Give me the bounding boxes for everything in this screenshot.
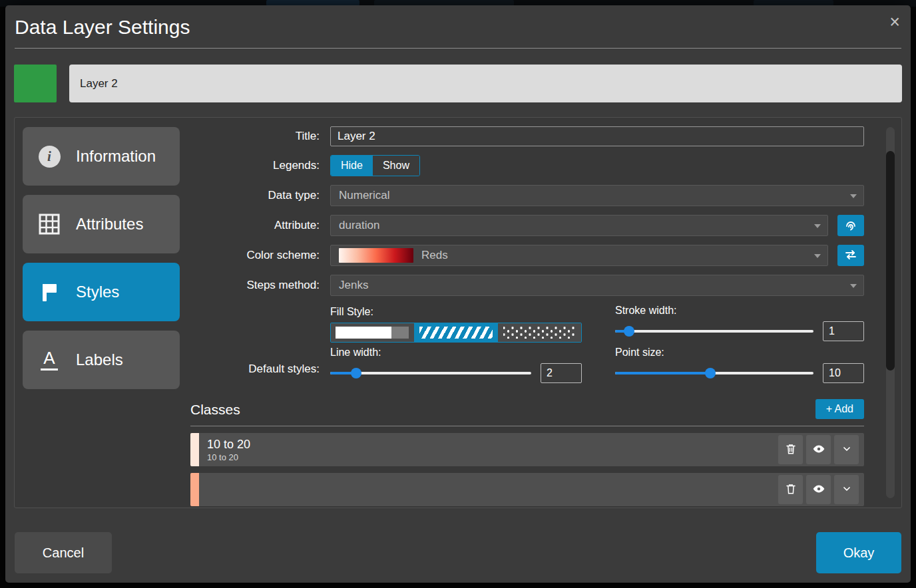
classes-section: Classes + Add 10 to 20 10 to 20 xyxy=(190,402,864,506)
attribute-value: duration xyxy=(339,219,379,232)
add-class-button[interactable]: + Add xyxy=(815,399,864,419)
close-icon[interactable]: × xyxy=(889,13,900,31)
eye-icon xyxy=(812,442,825,458)
steps-method-dropdown[interactable]: Jenks xyxy=(330,275,864,296)
chevron-down-icon xyxy=(814,224,821,228)
point-size-label: Point size: xyxy=(615,347,864,359)
fill-style-hatch-option[interactable] xyxy=(415,323,499,342)
layer-identity-row xyxy=(14,65,902,102)
trash-icon xyxy=(785,443,797,457)
chevron-down-icon xyxy=(850,284,857,288)
color-scheme-label: Color scheme: xyxy=(190,249,330,262)
classes-header: Classes + Add xyxy=(190,402,864,426)
info-icon: i xyxy=(37,144,61,168)
grid-icon xyxy=(37,212,61,236)
fill-stroke-row: Fill Style: xyxy=(190,305,864,343)
steps-method-label: Steps method: xyxy=(190,279,330,292)
legends-toggle: Hide Show xyxy=(330,155,420,176)
title-row: Title: xyxy=(190,126,864,146)
point-size-slider[interactable] xyxy=(615,367,813,379)
legends-label: Legends: xyxy=(190,159,330,172)
class-row[interactable]: 10 to 20 10 to 20 xyxy=(190,433,864,466)
styles-form: Title: Legends: Hide Show Data type: xyxy=(190,126,864,506)
layer-color-swatch[interactable] xyxy=(14,65,57,102)
class-row[interactable] xyxy=(190,473,864,506)
sidebar-item-styles[interactable]: Styles xyxy=(23,263,180,321)
data-type-label: Data type: xyxy=(190,189,330,202)
data-layer-settings-dialog: Data Layer Settings × i Information xyxy=(5,5,911,583)
chevron-down-icon xyxy=(841,484,852,496)
dots-fill-preview xyxy=(503,327,576,339)
labels-icon: A xyxy=(37,348,61,372)
slider-thumb[interactable] xyxy=(624,326,634,337)
legends-hide-button[interactable]: Hide xyxy=(331,156,373,176)
styles-flag-icon xyxy=(37,280,61,304)
stroke-width-label: Stroke width: xyxy=(615,305,864,317)
settings-panel: i Information Attributes xyxy=(14,117,902,508)
chevron-down-icon xyxy=(850,194,857,198)
sidebar-item-label: Information xyxy=(76,147,156,166)
stroke-width-slider[interactable] xyxy=(615,325,813,337)
sidebar-item-attributes[interactable]: Attributes xyxy=(23,195,180,253)
fill-style-dots-option[interactable] xyxy=(498,323,581,342)
sidebar-item-label: Styles xyxy=(76,283,119,301)
classes-heading: Classes xyxy=(190,402,864,418)
class-title: 10 to 20 xyxy=(207,437,250,452)
legends-row: Legends: Hide Show xyxy=(190,155,864,176)
expand-class-button[interactable] xyxy=(834,435,859,464)
dialog-header: Data Layer Settings × xyxy=(15,5,901,49)
line-width-slider[interactable] xyxy=(330,367,531,379)
color-scheme-row: Color scheme: Reds xyxy=(190,245,864,266)
point-size-input[interactable] xyxy=(823,363,864,383)
sidebar-item-label: Labels xyxy=(76,351,123,369)
toggle-class-visibility-button[interactable] xyxy=(806,475,831,504)
invert-scheme-button[interactable] xyxy=(837,245,864,266)
dialog-title: Data Layer Settings xyxy=(15,16,901,39)
slider-thumb[interactable] xyxy=(705,368,716,378)
trash-icon xyxy=(785,483,797,497)
class-subtitle: 10 to 20 xyxy=(207,452,250,462)
data-type-dropdown[interactable]: Numerical xyxy=(330,185,864,206)
layer-name-input[interactable] xyxy=(69,65,902,102)
solid-fill-preview xyxy=(336,327,409,339)
line-width-input[interactable] xyxy=(541,363,582,383)
attribute-dropdown[interactable]: duration xyxy=(330,215,828,236)
hatch-fill-preview xyxy=(419,327,493,339)
line-width-label: Line width: xyxy=(330,347,582,359)
expand-class-button[interactable] xyxy=(834,475,859,504)
legends-show-button[interactable]: Show xyxy=(373,156,419,176)
default-styles-row: Default styles: Line width: xyxy=(190,347,864,383)
data-type-value: Numerical xyxy=(339,189,390,202)
scrollbar-thumb[interactable] xyxy=(886,151,895,370)
color-scheme-swatch xyxy=(339,248,413,263)
steps-method-row: Steps method: Jenks xyxy=(190,275,864,296)
eye-icon xyxy=(812,482,825,498)
swap-arrows-icon xyxy=(844,248,857,263)
toggle-class-visibility-button[interactable] xyxy=(806,435,831,464)
fill-style-solid-option[interactable] xyxy=(331,323,415,342)
data-type-row: Data type: Numerical xyxy=(190,185,864,206)
attribute-row: Attribute: duration xyxy=(190,215,864,236)
cancel-button[interactable]: Cancel xyxy=(15,532,112,573)
slider-thumb[interactable] xyxy=(351,368,361,378)
fill-style-segmented-control xyxy=(330,323,582,343)
chevron-down-icon xyxy=(841,444,852,456)
fingerprint-icon xyxy=(844,218,857,233)
sidebar-item-label: Attributes xyxy=(76,215,143,233)
delete-class-button[interactable] xyxy=(778,435,803,464)
steps-method-value: Jenks xyxy=(339,279,368,292)
class-color-swatch xyxy=(190,433,199,466)
title-label: Title: xyxy=(190,130,330,143)
stroke-width-input[interactable] xyxy=(823,321,864,341)
sidebar-item-information[interactable]: i Information xyxy=(23,127,180,186)
classify-attribute-button[interactable] xyxy=(837,215,864,236)
delete-class-button[interactable] xyxy=(778,475,803,504)
title-input[interactable] xyxy=(330,126,864,146)
sidebar-item-labels[interactable]: A Labels xyxy=(23,331,180,389)
panel-scrollbar[interactable] xyxy=(886,127,895,498)
okay-button[interactable]: Okay xyxy=(816,532,901,573)
color-scheme-dropdown[interactable]: Reds xyxy=(330,245,828,266)
attribute-label: Attribute: xyxy=(190,219,330,232)
dialog-footer: Cancel Okay xyxy=(15,532,901,573)
default-styles-label: Default styles: xyxy=(190,347,330,376)
